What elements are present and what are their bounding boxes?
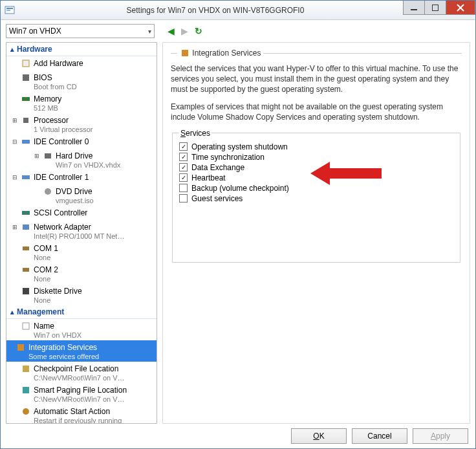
nav-forward-icon: ▶ xyxy=(181,26,188,36)
tree-item-bios[interactable]: ▪BIOS Boot from CD xyxy=(6,71,157,92)
service-os-shutdown[interactable]: Operating system shutdown xyxy=(179,142,453,152)
apply-button: Apply xyxy=(413,428,468,444)
description-1: Select the services that you want Hyper-… xyxy=(171,63,462,95)
tree-item-scsi[interactable]: ▪SCSI Controller xyxy=(6,206,157,220)
service-backup[interactable]: Backup (volume checkpoint) xyxy=(179,183,453,193)
titlebar: Settings for Win7 on VHDX on WIN-V8T6GGR… xyxy=(1,1,475,20)
svg-rect-17 xyxy=(23,246,29,250)
svg-rect-3 xyxy=(411,9,417,10)
tree-item-ide1[interactable]: ⊟IDE Controller 1 xyxy=(6,170,157,184)
tree-item-diskette[interactable]: ▪Diskette Drive None xyxy=(6,284,157,305)
collapse-icon: ▴ xyxy=(10,45,14,54)
svg-rect-10 xyxy=(23,118,28,123)
vm-selector-dropdown[interactable]: Win7 on VHDX ▾ xyxy=(6,24,155,38)
maximize-button[interactable] xyxy=(424,1,446,15)
checkbox-icon[interactable] xyxy=(179,184,188,192)
svg-rect-22 xyxy=(23,366,29,372)
tree-item-name[interactable]: ▪Name Win7 on VHDX xyxy=(6,319,157,340)
toolbar: Win7 on VHDX ▾ ◀ ▶ ↻ xyxy=(1,20,475,42)
tree-item-add-hardware[interactable]: ▪Add Hardware xyxy=(6,56,157,71)
checkbox-icon[interactable] xyxy=(179,173,188,182)
svg-rect-13 xyxy=(22,175,30,179)
svg-rect-8 xyxy=(23,74,29,81)
collapse-icon: ▴ xyxy=(10,308,14,316)
ok-button[interactable]: OK xyxy=(291,428,347,444)
group-title: Integration Services xyxy=(192,49,261,58)
svg-rect-1 xyxy=(6,8,13,9)
tree-item-processor[interactable]: ⊞Processor 1 Virtual processor xyxy=(6,113,157,135)
svg-rect-16 xyxy=(23,224,29,230)
tree-item-integration-services[interactable]: ▪Integration Services Some services offe… xyxy=(6,340,157,362)
nav-back-icon[interactable]: ◀ xyxy=(168,26,175,36)
svg-rect-21 xyxy=(17,344,24,351)
tree-item-dvd-drive[interactable]: ▪DVD Drive vmguest.iso xyxy=(6,184,157,206)
detail-panel: Integration Services Select the services… xyxy=(162,42,470,424)
tree-item-ide0[interactable]: ⊟IDE Controller 0 xyxy=(6,135,157,149)
cancel-button[interactable]: Cancel xyxy=(352,428,407,444)
tree-item-com2[interactable]: ▪COM 2 None xyxy=(6,263,157,284)
tree-item-auto-start[interactable]: ▪Automatic Start Action Restart if previ… xyxy=(6,404,157,424)
svg-rect-7 xyxy=(23,60,29,67)
svg-point-14 xyxy=(45,188,51,195)
svg-point-24 xyxy=(23,408,29,415)
tree-item-hard-drive[interactable]: ⊞Hard Drive Win7 on VHDX.vhdx xyxy=(6,149,157,170)
app-icon xyxy=(5,5,15,16)
close-button[interactable] xyxy=(446,1,475,15)
checkbox-icon[interactable] xyxy=(179,142,188,151)
tree-item-memory[interactable]: ▪Memory 512 MB xyxy=(6,92,157,113)
svg-rect-4 xyxy=(432,5,438,11)
svg-rect-23 xyxy=(23,387,29,393)
settings-tree[interactable]: ▴ Hardware ▪Add Hardware ▪BIOS Boot from… xyxy=(6,42,157,424)
svg-rect-25 xyxy=(182,50,188,56)
vm-selector-value: Win7 on VHDX xyxy=(9,27,61,36)
svg-rect-19 xyxy=(23,288,29,294)
service-heartbeat[interactable]: Heartbeat xyxy=(179,173,453,183)
svg-rect-11 xyxy=(22,140,30,144)
hardware-section-label: Hardware xyxy=(17,45,52,54)
tree-item-network-adapter[interactable]: ⊞Network Adapter Intel(R) PRO/1000 MT Ne… xyxy=(6,220,157,241)
service-time-sync[interactable]: Time synchronization xyxy=(179,152,453,162)
hardware-section-header[interactable]: ▴ Hardware xyxy=(6,43,157,56)
svg-rect-12 xyxy=(45,153,51,159)
svg-rect-20 xyxy=(23,323,29,329)
tree-item-checkpoint-location[interactable]: ▪Checkpoint File Location C:\NewVMRoot\W… xyxy=(6,362,157,383)
services-fieldset: Services Operating system shutdown Time … xyxy=(172,129,460,263)
integration-services-group: Integration Services xyxy=(171,48,462,58)
svg-rect-18 xyxy=(23,268,29,272)
dialog-button-bar: OK Cancel Apply xyxy=(291,428,468,444)
management-section-header[interactable]: ▴ Management xyxy=(6,305,157,319)
svg-rect-2 xyxy=(6,10,10,11)
tree-item-smart-paging[interactable]: ▪Smart Paging File Location C:\NewVMRoot… xyxy=(6,383,157,404)
checkbox-icon[interactable] xyxy=(179,153,188,161)
tree-item-com1[interactable]: ▪COM 1 None xyxy=(6,241,157,263)
minimize-button[interactable] xyxy=(403,1,425,15)
svg-rect-15 xyxy=(22,211,30,215)
service-guest-services[interactable]: Guest services xyxy=(179,193,453,204)
management-section-label: Management xyxy=(17,307,64,316)
description-2: Examples of services that might not be a… xyxy=(171,102,462,122)
chevron-down-icon: ▾ xyxy=(148,28,151,35)
services-legend-rest: ervices xyxy=(186,129,210,138)
checkbox-icon[interactable] xyxy=(179,163,188,171)
service-data-exchange[interactable]: Data Exchange xyxy=(179,162,453,173)
checkbox-icon[interactable] xyxy=(179,194,188,203)
svg-rect-9 xyxy=(22,97,30,101)
refresh-icon[interactable]: ↻ xyxy=(195,26,202,36)
